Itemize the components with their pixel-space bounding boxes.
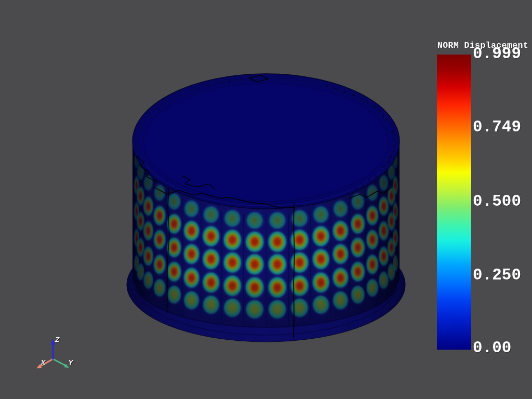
x-axis-label: X (40, 358, 46, 366)
mesh-edge-mark (355, 187, 356, 189)
z-axis-label: Z (55, 336, 60, 343)
cylinder-model[interactable] (127, 74, 405, 342)
scalar-bar-tick-4: 0.00 (473, 339, 511, 357)
scalar-bar-tick-1: 0.749 (473, 118, 521, 136)
mesh-edge-mark (241, 79, 243, 79)
scalar-bar-gradient (437, 55, 471, 350)
mesh-edge-mark (380, 170, 381, 170)
scalar-bar-tick-3: 0.250 (473, 266, 521, 284)
scalar-bar: NORM Displacement 0.999 0.749 0.500 0.25… (437, 41, 528, 357)
y-axis-label: Y (68, 358, 74, 366)
cylinder-top-cap (140, 81, 392, 204)
scalar-bar-tick-0: 0.999 (473, 45, 521, 63)
y-axis-arrow (53, 359, 65, 365)
orientation-axes-triad: X Y Z (36, 336, 74, 368)
scalar-bar-tick-2: 0.500 (473, 192, 521, 210)
mesh-edge-mark (363, 183, 363, 185)
scene-canvas[interactable]: X Y Z NORM Displacement 0.999 0.749 0.50… (0, 0, 532, 399)
render-viewport[interactable]: X Y Z NORM Displacement 0.999 0.749 0.50… (0, 0, 532, 399)
